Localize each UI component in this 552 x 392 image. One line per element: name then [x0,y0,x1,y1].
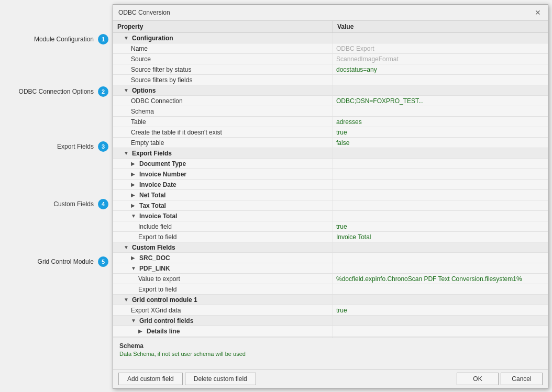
table-row[interactable]: Value to export %docfield.expinfo.Chrono… [113,274,548,284]
cell-value [333,33,548,43]
cell-value: true [333,221,548,231]
expand-icon[interactable] [131,171,137,177]
expand-icon[interactable] [131,213,137,219]
badge-export-fields: 3 [98,141,108,152]
expand-icon[interactable] [131,265,137,272]
th-value: Value [333,21,548,32]
subsection-label: Grid control fields [139,317,193,324]
cell-property: Export to field [113,232,333,242]
expand-icon[interactable] [131,318,137,324]
table-row[interactable]: Line total [113,337,548,338]
table-row[interactable]: PDF_LINK [113,263,548,274]
cell-value [333,106,548,116]
cell-property: Document Type [113,159,333,169]
cell-value [333,284,548,294]
table-row[interactable]: Source filters by fields [113,75,548,85]
cell-property: Invoice Number [113,169,333,179]
cell-property: Source filters by fields [113,75,333,85]
expand-icon[interactable] [131,203,137,209]
expand-icon[interactable] [124,297,130,303]
cell-value: %docfield.expinfo.ChronoScan PDF Text Co… [333,274,548,284]
cell-value [333,337,548,338]
subsection-label: Invoice Total [139,212,177,220]
delete-custom-field-button[interactable]: Delete custom field [185,373,256,385]
sidebar-item-odbc-options[interactable]: ODBC Connection Options 2 [0,81,113,102]
table-row[interactable]: Grid control fields [113,316,548,326]
cell-property: ODBC Connection [113,96,333,106]
table-row[interactable]: Schema [113,106,548,117]
sidebar-label-custom-fields: Custom Fields [53,200,94,208]
cell-property: Configuration [113,33,333,43]
table-row[interactable]: Create the table if it doesn't exist tru… [113,127,548,138]
sidebar-item-custom-fields[interactable]: Custom Fields 4 [0,194,113,215]
cell-property: Table [113,117,333,127]
cancel-button[interactable]: Cancel [501,373,543,385]
table-row[interactable]: Invoice Number [113,169,548,180]
subsection-label: Invoice Date [139,181,176,188]
section-title: Grid control module 1 [132,296,197,304]
cell-property: Custom Fields [113,242,333,252]
table-row[interactable]: SRC_DOC [113,253,548,263]
expand-icon[interactable] [124,244,130,251]
table-row[interactable]: Details line [113,326,548,337]
table-row[interactable]: Source filter by status docstatus=any [113,64,548,75]
cell-property: Value to export [113,274,333,284]
cell-property: Schema [113,106,333,116]
cell-value [333,190,548,200]
expand-icon[interactable] [131,161,137,167]
cell-property: Line total [113,337,333,338]
sidebar-label-grid-control: Grid Control Module [38,258,94,265]
expand-icon[interactable] [131,255,137,261]
th-property: Property [113,21,333,32]
table-row[interactable]: Net Total [113,190,548,200]
table-row[interactable]: Export to field [113,284,548,295]
expand-icon[interactable] [124,35,130,41]
section-title: Custom Fields [132,244,175,251]
table-row[interactable]: Options [113,85,548,96]
table-row[interactable]: Grid control module 1 [113,295,548,305]
expand-icon[interactable] [131,182,137,188]
add-custom-field-button[interactable]: Add custom field [118,373,183,385]
table-scroll[interactable]: Configuration Name ODBC Export Source Sc… [113,33,548,338]
close-button[interactable]: ✕ [533,8,543,17]
ok-button[interactable]: OK [457,373,499,385]
subsection-label: SRC_DOC [139,254,170,262]
cell-property: Export Fields [113,148,333,158]
dialog-title: ODBC Conversion [118,9,170,16]
table-row[interactable]: Empty table false [113,138,548,148]
cell-value: true [333,127,548,137]
cell-value [333,263,548,273]
table-row[interactable]: Export Fields [113,148,548,159]
sidebar-item-grid-control[interactable]: Grid Control Module 5 [0,251,113,272]
sidebar-label-odbc-options: ODBC Connection Options [19,88,94,95]
table-row[interactable]: Invoice Date [113,180,548,190]
cell-property: Grid control module 1 [113,295,333,305]
table-row[interactable]: Custom Fields [113,242,548,253]
table-row[interactable]: Export to field Invoice Total [113,232,548,242]
cell-value [333,253,548,263]
subsection-label: Net Total [139,192,165,199]
badge-grid-control: 5 [98,256,108,267]
table-row[interactable]: Document Type [113,159,548,169]
sidebar-item-module-config[interactable]: Module Configuration 1 [0,29,113,50]
subsection-label: Details line [147,328,180,335]
table-row[interactable]: Invoice Total [113,211,548,221]
dialog: ODBC Conversion ✕ Property Value Configu… [113,4,548,389]
table-row[interactable]: Include field true [113,221,548,232]
table-row[interactable]: Source ScannedImageFormat [113,54,548,64]
table-row[interactable]: Name ODBC Export [113,43,548,54]
cell-value: Invoice Total [333,232,548,242]
badge-custom-fields: 4 [98,199,108,209]
expand-icon[interactable] [124,150,130,156]
cell-value: ODBC;DSN=FOXPRO_TEST... [333,96,548,106]
expand-icon[interactable] [131,192,137,198]
sidebar-item-export-fields[interactable]: Export Fields 3 [0,136,113,157]
cell-value: true [333,305,548,315]
expand-icon[interactable] [138,328,145,334]
table-row[interactable]: Table adresses [113,117,548,127]
expand-icon[interactable] [124,87,130,94]
table-row[interactable]: Configuration [113,33,548,43]
table-row[interactable]: Tax Total [113,200,548,211]
table-row[interactable]: Export XGrid data true [113,305,548,316]
table-row[interactable]: ODBC Connection ODBC;DSN=FOXPRO_TEST... [113,96,548,106]
